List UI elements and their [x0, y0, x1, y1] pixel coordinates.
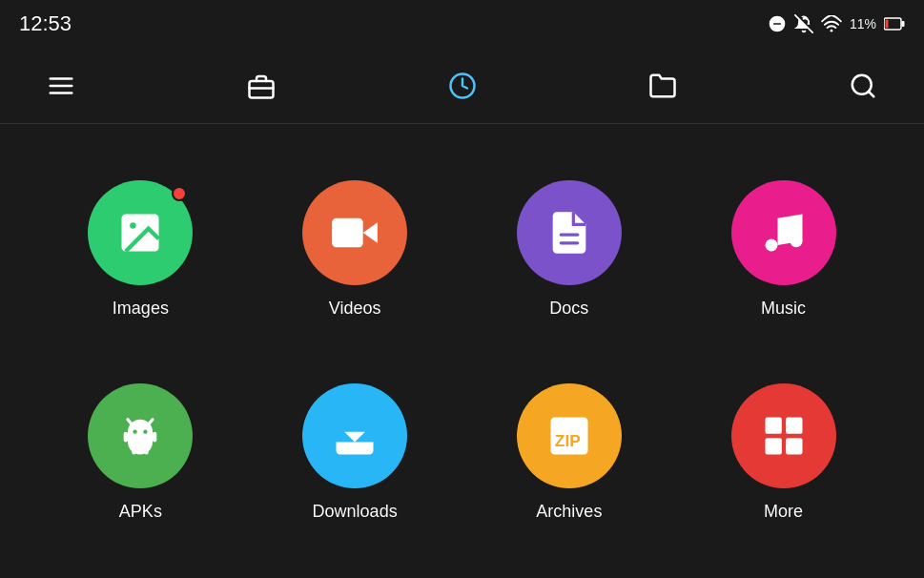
apks-label: APKs	[119, 502, 162, 522]
search-button[interactable]	[840, 63, 886, 109]
svg-rect-5	[902, 21, 905, 27]
music-item[interactable]: Music	[681, 153, 886, 346]
svg-rect-32	[765, 418, 781, 434]
apks-icon	[115, 411, 165, 461]
svg-rect-33	[786, 418, 802, 434]
archives-label: Archives	[536, 502, 602, 522]
battery-icon	[884, 17, 905, 31]
svg-rect-6	[886, 20, 889, 29]
svg-rect-34	[765, 438, 781, 454]
downloads-label: Downloads	[313, 502, 398, 522]
svg-point-23	[133, 430, 137, 434]
svg-point-16	[131, 222, 137, 229]
downloads-icon-circle	[302, 383, 407, 488]
svg-rect-18	[332, 218, 363, 247]
history-button[interactable]	[440, 63, 485, 109]
music-label: Music	[761, 299, 806, 319]
images-label: Images	[113, 299, 169, 319]
toolbar	[0, 48, 924, 124]
videos-label: Videos	[329, 299, 381, 319]
battery-percent: 11%	[850, 16, 876, 31]
videos-icon-circle	[302, 180, 407, 285]
svg-rect-28	[145, 446, 149, 455]
images-item[interactable]: Images	[38, 153, 243, 346]
muted-bell-icon	[794, 14, 813, 33]
docs-item[interactable]: Docs	[467, 153, 672, 346]
status-bar: 12:53 11%	[0, 0, 924, 48]
videos-icon	[330, 208, 380, 258]
music-icon-circle	[731, 180, 836, 285]
more-icon	[759, 411, 809, 461]
docs-icon-circle	[517, 180, 622, 285]
videos-item[interactable]: Videos	[253, 153, 458, 346]
svg-marker-17	[363, 222, 378, 243]
images-icon	[115, 208, 165, 258]
svg-line-14	[869, 91, 873, 95]
svg-text:ZIP: ZIP	[555, 431, 581, 450]
apks-item[interactable]: APKs	[38, 356, 243, 549]
docs-icon	[544, 208, 594, 258]
app-grid: Images Videos Docs	[0, 124, 924, 578]
svg-rect-26	[153, 432, 156, 443]
svg-rect-1	[773, 23, 781, 25]
apks-icon-circle	[88, 383, 193, 488]
notification-dot	[172, 186, 187, 201]
archives-icon-circle: ZIP	[517, 383, 622, 488]
docs-label: Docs	[549, 299, 588, 319]
svg-point-22	[790, 235, 802, 247]
svg-point-24	[144, 430, 148, 434]
svg-point-21	[765, 239, 777, 252]
menu-button[interactable]	[38, 63, 84, 109]
more-item[interactable]: More	[681, 356, 886, 549]
archives-item[interactable]: ZIP Archives	[467, 356, 672, 549]
downloads-icon	[330, 411, 380, 461]
music-icon	[759, 208, 809, 258]
do-not-disturb-icon	[768, 14, 787, 33]
images-icon-circle	[88, 180, 193, 285]
wifi-icon	[821, 15, 842, 32]
svg-rect-35	[786, 438, 802, 454]
svg-rect-25	[124, 432, 128, 443]
svg-rect-27	[133, 446, 136, 455]
more-label: More	[764, 502, 803, 522]
more-icon-circle	[731, 383, 836, 488]
folder-button[interactable]	[640, 63, 686, 109]
svg-point-3	[831, 30, 833, 32]
archives-icon: ZIP	[544, 411, 594, 461]
downloads-item[interactable]: Downloads	[253, 356, 458, 549]
briefcase-button[interactable]	[238, 63, 284, 109]
status-icons: 11%	[768, 14, 905, 33]
status-time: 12:53	[19, 11, 72, 36]
